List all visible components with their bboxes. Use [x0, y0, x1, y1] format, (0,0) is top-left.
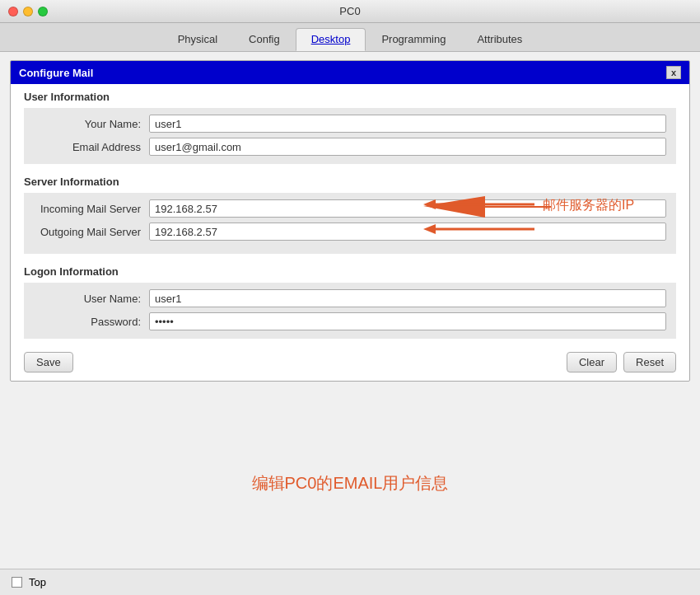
window-title: PC0	[339, 5, 360, 17]
tab-physical[interactable]: Physical	[162, 28, 233, 51]
logon-username-label: User Name:	[34, 293, 149, 305]
outgoing-mail-row: Outgoing Mail Server	[34, 223, 666, 241]
maximize-button[interactable]	[38, 7, 48, 16]
user-information-bg: Your Name: Email Address	[24, 108, 676, 164]
email-address-label: Email Address	[34, 141, 149, 153]
incoming-mail-input[interactable]	[149, 199, 666, 218]
bottom-bar: Top	[0, 569, 700, 595]
user-information-title: User Information	[24, 91, 676, 103]
outgoing-mail-input[interactable]	[149, 223, 666, 241]
outgoing-mail-label: Outgoing Mail Server	[34, 226, 149, 238]
close-button[interactable]	[8, 7, 18, 16]
titlebar: PC0	[0, 0, 700, 23]
annotation-area: 编辑PC0的EMAIL用户信息	[0, 382, 700, 569]
right-buttons-group: Clear Reset	[567, 352, 676, 372]
user-information-section: User Information Your Name: Email Addres…	[11, 84, 689, 169]
server-information-title: Server Information	[24, 176, 676, 188]
email-address-row: Email Address	[34, 138, 666, 156]
server-information-section: Server Information Incoming Mail Server …	[11, 169, 689, 259]
reset-button[interactable]: Reset	[623, 352, 676, 372]
email-address-input[interactable]	[149, 138, 666, 156]
your-name-label: Your Name:	[34, 118, 149, 130]
logon-username-row: User Name:	[34, 289, 666, 307]
logon-information-section: Logon Information User Name: Password:	[11, 259, 689, 344]
incoming-mail-row: Incoming Mail Server	[34, 199, 666, 218]
main-content: Configure Mail x User Information Your N…	[0, 52, 700, 569]
tab-config[interactable]: Config	[233, 28, 296, 51]
tab-programming[interactable]: Programming	[366, 28, 461, 51]
logon-information-bg: User Name: Password:	[24, 283, 676, 339]
top-checkbox[interactable]	[12, 577, 22, 588]
logon-username-input[interactable]	[149, 289, 666, 307]
your-name-input[interactable]	[149, 115, 666, 133]
configure-mail-close-button[interactable]: x	[666, 66, 681, 79]
password-row: Password:	[34, 312, 666, 330]
form-buttons-row: Save Clear Reset	[11, 344, 689, 381]
password-input[interactable]	[149, 312, 666, 330]
configure-mail-panel: Configure Mail x User Information Your N…	[10, 60, 690, 382]
tab-attributes[interactable]: Attributes	[461, 28, 538, 51]
configure-mail-title: Configure Mail	[19, 67, 93, 79]
minimize-button[interactable]	[23, 7, 33, 16]
tabbar: Physical Config Desktop Programming Attr…	[0, 23, 700, 52]
configure-mail-header: Configure Mail x	[11, 61, 689, 84]
bottom-annotation-text: 编辑PC0的EMAIL用户信息	[252, 472, 449, 494]
titlebar-buttons	[8, 7, 48, 16]
incoming-mail-label: Incoming Mail Server	[34, 203, 149, 215]
top-label: Top	[29, 576, 46, 588]
logon-information-title: Logon Information	[24, 265, 676, 278]
tab-desktop[interactable]: Desktop	[296, 28, 366, 51]
password-label: Password:	[34, 316, 149, 328]
save-button[interactable]: Save	[24, 352, 73, 372]
your-name-row: Your Name:	[34, 115, 666, 133]
server-information-bg: Incoming Mail Server Outgoing Mail Serve…	[24, 193, 676, 254]
clear-button[interactable]: Clear	[567, 352, 617, 372]
